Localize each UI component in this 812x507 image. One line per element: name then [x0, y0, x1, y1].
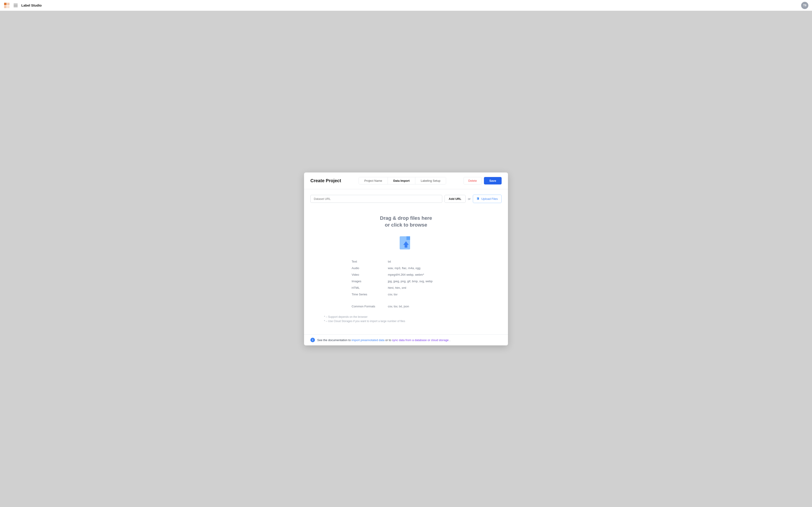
ft-value-timeseries: csv, tsv — [388, 292, 460, 296]
tab-labeling-setup[interactable]: Labeling Setup — [415, 177, 446, 184]
tab-project-name[interactable]: Project Name — [359, 177, 388, 184]
url-row: Add URL or Upload Files — [310, 194, 502, 203]
overlay: Create Project Project Name Data Import … — [0, 11, 812, 507]
ft-label-audio: Audio — [352, 266, 388, 270]
ft-value-images: jpg, jpeg, png, gif, bmp, svg, webp — [388, 279, 460, 283]
ft-value-video: mpeg4/H.264 webp, webm* — [388, 273, 460, 277]
svg-rect-7 — [406, 236, 410, 240]
app-title: Label Studio — [21, 3, 42, 7]
info-icon: i — [310, 338, 315, 342]
modal-header: Create Project Project Name Data Import … — [304, 172, 508, 189]
ft-value-html: html, htm, xml — [388, 286, 460, 290]
svg-rect-0 — [4, 3, 7, 5]
note-line2: * – Use Cloud Storages if you want to im… — [324, 319, 488, 324]
add-url-button[interactable]: Add URL — [445, 195, 466, 203]
tab-data-import[interactable]: Data Import — [388, 177, 415, 184]
ft-value-common: csv, tsv, txt, json — [388, 304, 460, 308]
save-button[interactable]: Save — [484, 177, 502, 184]
drop-title-line2: or click to browse — [310, 222, 502, 229]
modal-title: Create Project — [310, 178, 341, 183]
hamburger-menu[interactable] — [13, 3, 18, 8]
footer-text: See the documentation to import preannot… — [317, 338, 450, 342]
delete-button[interactable]: Delete — [464, 177, 482, 184]
ft-label-timeseries: Time Series — [352, 292, 388, 296]
logo-icon — [4, 2, 10, 9]
modal-actions: Delete Save — [464, 177, 502, 184]
import-preannotated-link[interactable]: import preannotated data — [352, 338, 385, 342]
topbar-left: Label Studio — [4, 2, 42, 9]
ft-value-audio: wav, mp3, flac, m4a, ogg — [388, 266, 460, 270]
ft-label-common: Common Formats — [352, 304, 388, 308]
file-types-table: Text txt Audio wav, mp3, flac, m4a, ogg … — [352, 260, 460, 308]
modal-tabs: Project Name Data Import Labeling Setup — [359, 177, 446, 184]
create-project-modal: Create Project Project Name Data Import … — [304, 172, 508, 346]
svg-rect-1 — [7, 3, 9, 5]
ft-label-html: HTML — [352, 286, 388, 290]
upload-icon-small — [477, 197, 480, 201]
upload-files-button[interactable]: Upload Files — [473, 194, 502, 203]
modal-body: Add URL or Upload Files Drag & drop file… — [304, 189, 508, 335]
note-line1: * – Support depends on the browser — [324, 315, 488, 319]
modal-footer: i See the documentation to import preann… — [304, 334, 508, 345]
file-upload-icon — [397, 235, 415, 252]
notes: * – Support depends on the browser * – U… — [310, 315, 502, 324]
topbar: Label Studio T9 — [0, 0, 812, 11]
svg-rect-2 — [4, 6, 7, 8]
ft-label-text: Text — [352, 260, 388, 264]
drop-zone[interactable]: Drag & drop files here or click to brows… — [310, 210, 502, 329]
drop-title-line1: Drag & drop files here — [310, 215, 502, 222]
ft-label-video: Video — [352, 273, 388, 277]
avatar[interactable]: T9 — [801, 2, 808, 9]
svg-rect-3 — [7, 6, 9, 8]
ft-value-text: txt — [388, 260, 460, 264]
sync-cloud-storage-link[interactable]: sync data from a database or cloud stora… — [392, 338, 449, 342]
or-label: or — [468, 197, 470, 201]
ft-label-images: Images — [352, 279, 388, 283]
dataset-url-input[interactable] — [310, 195, 442, 203]
